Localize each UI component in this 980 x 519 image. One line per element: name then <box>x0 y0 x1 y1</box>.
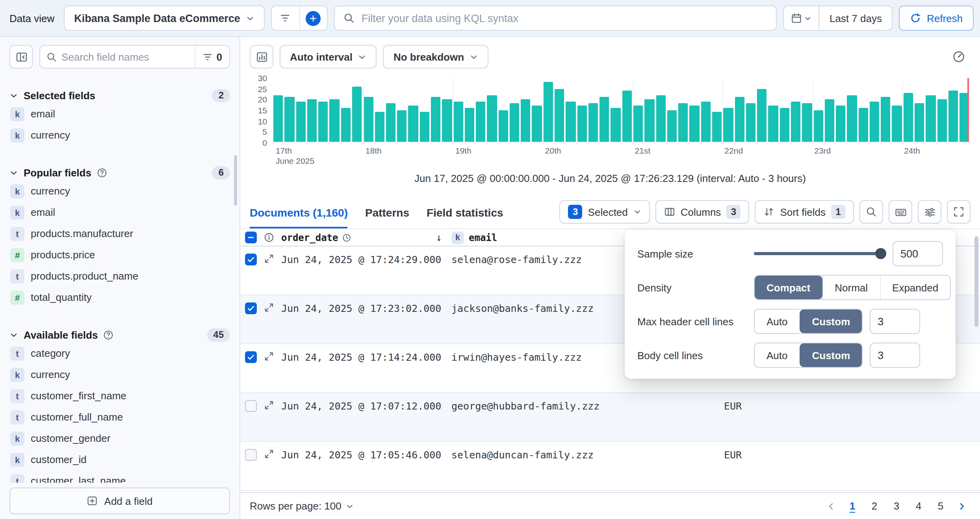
breakdown-select[interactable]: No breakdown <box>383 45 488 69</box>
histogram-bar[interactable] <box>510 104 520 142</box>
row-checkbox[interactable] <box>245 400 257 412</box>
expand-document-icon[interactable] <box>264 400 274 410</box>
prev-page-button[interactable] <box>822 497 840 515</box>
histogram-bar[interactable] <box>419 112 429 142</box>
tab-field-statistics[interactable]: Field statistics <box>427 206 503 228</box>
histogram-bar[interactable] <box>318 101 328 142</box>
body-lines-option-custom[interactable]: Custom <box>800 343 862 367</box>
density-option-normal[interactable]: Normal <box>822 276 880 299</box>
histogram-bar[interactable] <box>813 110 823 142</box>
histogram-bar[interactable] <box>948 91 958 142</box>
data-view-picker[interactable]: Kibana Sample Data eCommerce <box>64 6 265 31</box>
histogram-bar[interactable] <box>386 104 396 142</box>
histogram-bar[interactable] <box>836 106 846 142</box>
sort-descending-icon[interactable]: ↓ <box>436 232 451 243</box>
filter-menu-button[interactable] <box>272 6 299 30</box>
display-options-button[interactable] <box>918 200 941 224</box>
page-button-5[interactable]: 5 <box>931 497 950 515</box>
header-lines-input[interactable] <box>870 309 920 334</box>
field-item-products-price[interactable]: #products.price <box>9 244 230 265</box>
histogram-bar[interactable] <box>588 104 598 142</box>
histogram-bar[interactable] <box>690 106 700 142</box>
expand-document-icon[interactable] <box>264 351 274 361</box>
histogram-bar[interactable] <box>487 95 497 142</box>
field-item-customer-last-name[interactable]: tcustomer_last_name <box>9 470 230 483</box>
field-item-customer-id[interactable]: kcustomer_id <box>9 449 230 470</box>
histogram-bar[interactable] <box>802 104 812 142</box>
expand-document-icon[interactable] <box>264 302 274 313</box>
histogram-bar[interactable] <box>364 97 373 142</box>
histogram-bar[interactable] <box>341 108 351 142</box>
edit-visualization-button[interactable] <box>250 45 273 69</box>
histogram-bar[interactable] <box>544 82 553 142</box>
histogram-bar[interactable] <box>633 106 643 142</box>
histogram-bar[interactable] <box>678 104 688 142</box>
histogram-bar[interactable] <box>285 97 295 142</box>
histogram-bar[interactable] <box>273 95 283 142</box>
info-icon[interactable] <box>264 232 274 243</box>
body-lines-option-auto[interactable]: Auto <box>755 343 800 367</box>
histogram-chart[interactable]: 051015202530 17thJune 202518th19th20th21… <box>248 73 972 161</box>
collapse-sidebar-button[interactable] <box>9 45 33 69</box>
section-header-selected-fields[interactable]: Selected fields2 <box>9 87 230 103</box>
refresh-button[interactable]: Refresh <box>899 6 974 31</box>
histogram-bar[interactable] <box>352 87 362 142</box>
histogram-bar[interactable] <box>465 108 475 142</box>
field-item-products-product-name[interactable]: tproducts.product_name <box>9 265 230 287</box>
density-option-compact[interactable]: Compact <box>755 276 822 299</box>
histogram-bar[interactable] <box>858 108 868 142</box>
add-field-button[interactable]: Add a field <box>9 487 230 514</box>
header-lines-option-custom[interactable]: Custom <box>800 310 862 333</box>
histogram-bar[interactable] <box>566 101 576 142</box>
page-button-1[interactable]: 1 <box>843 497 862 515</box>
page-button-4[interactable]: 4 <box>909 497 928 515</box>
histogram-bar[interactable] <box>408 106 418 142</box>
histogram-bar[interactable] <box>937 99 947 142</box>
row-checkbox[interactable] <box>245 302 257 314</box>
field-item-products-manufacturer[interactable]: tproducts.manufacturer <box>9 223 230 244</box>
row-checkbox[interactable] <box>245 449 257 461</box>
kql-search-bar[interactable] <box>334 6 777 31</box>
field-item-currency[interactable]: kcurrency <box>9 180 230 202</box>
field-item-email[interactable]: kemail <box>9 103 230 124</box>
help-icon[interactable] <box>103 330 113 340</box>
histogram-bar[interactable] <box>892 106 902 142</box>
histogram-bar[interactable] <box>296 101 306 142</box>
histogram-bar[interactable] <box>881 97 891 142</box>
sample-size-slider[interactable] <box>754 248 885 259</box>
density-option-expanded[interactable]: Expanded <box>880 276 950 299</box>
row-checkbox[interactable] <box>245 351 257 363</box>
field-search-input[interactable] <box>61 51 190 63</box>
sidebar-scrollbar[interactable] <box>234 155 237 206</box>
histogram-bar[interactable] <box>712 112 722 142</box>
add-filter-button[interactable] <box>299 6 327 30</box>
field-search[interactable]: 0 <box>39 45 230 69</box>
histogram-bar[interactable] <box>701 101 711 142</box>
histogram-bar[interactable] <box>600 97 609 142</box>
field-item-customer-first-name[interactable]: tcustomer_first_name <box>9 385 230 406</box>
histogram-bar[interactable] <box>521 99 531 142</box>
histogram-bar[interactable] <box>645 99 655 142</box>
kql-input[interactable] <box>362 12 767 24</box>
histogram-bar[interactable] <box>577 106 587 142</box>
histogram-bar[interactable] <box>330 99 340 142</box>
histogram-bar[interactable] <box>453 101 463 142</box>
time-range-button[interactable]: Last 7 days <box>819 6 893 31</box>
sort-fields-button[interactable]: Sort fields 1 <box>755 200 854 224</box>
header-lines-option-auto[interactable]: Auto <box>755 310 800 333</box>
field-item-customer-gender[interactable]: kcustomer_gender <box>9 428 230 449</box>
histogram-bar[interactable] <box>926 95 936 142</box>
histogram-bar[interactable] <box>476 101 486 142</box>
table-row[interactable]: Jun 24, 2025 @ 17:05:46.000selena@duncan… <box>240 442 980 491</box>
date-picker-button[interactable] <box>783 6 819 31</box>
histogram-bar[interactable] <box>915 104 924 142</box>
histogram-bar[interactable] <box>611 108 621 142</box>
fullscreen-button[interactable] <box>947 200 971 224</box>
histogram-bar[interactable] <box>757 89 767 142</box>
slider-thumb[interactable] <box>875 248 886 259</box>
histogram-bar[interactable] <box>667 110 677 142</box>
histogram-bar[interactable] <box>656 95 666 142</box>
table-row[interactable]: Jun 24, 2025 @ 17:07:12.000george@hubbar… <box>240 393 980 442</box>
page-button-2[interactable]: 2 <box>865 497 884 515</box>
histogram-bar[interactable] <box>791 101 801 142</box>
